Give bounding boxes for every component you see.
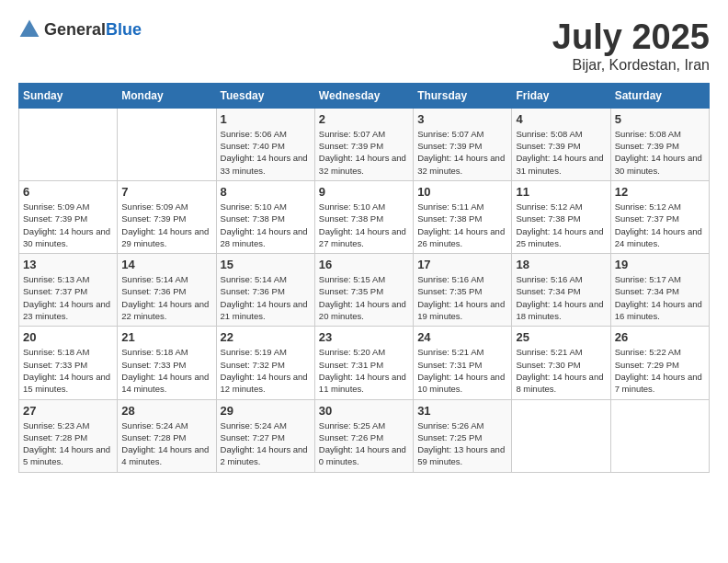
day-number: 16 xyxy=(319,258,409,271)
calendar-week-row: 6Sunrise: 5:09 AM Sunset: 7:39 PM Daylig… xyxy=(19,180,710,253)
page-header: GeneralBlue July 2025 Bijar, Kordestan, … xyxy=(18,18,710,74)
weekday-header: Friday xyxy=(512,83,610,108)
day-number: 14 xyxy=(121,258,211,271)
calendar-cell: 3Sunrise: 5:07 AM Sunset: 7:39 PM Daylig… xyxy=(414,108,512,180)
day-info: Sunrise: 5:10 AM Sunset: 7:38 PM Dayligh… xyxy=(319,201,409,249)
location-title: Bijar, Kordestan, Iran xyxy=(552,57,710,74)
day-info: Sunrise: 5:07 AM Sunset: 7:39 PM Dayligh… xyxy=(319,128,409,177)
day-number: 1 xyxy=(221,112,311,126)
calendar-cell: 23Sunrise: 5:20 AM Sunset: 7:31 PM Dayli… xyxy=(314,327,413,399)
day-info: Sunrise: 5:16 AM Sunset: 7:34 PM Dayligh… xyxy=(516,273,606,322)
day-number: 10 xyxy=(417,185,507,199)
day-info: Sunrise: 5:14 AM Sunset: 7:36 PM Dayligh… xyxy=(121,273,211,322)
day-info: Sunrise: 5:22 AM Sunset: 7:29 PM Dayligh… xyxy=(615,346,705,395)
day-info: Sunrise: 5:14 AM Sunset: 7:36 PM Dayligh… xyxy=(221,273,311,322)
day-info: Sunrise: 5:18 AM Sunset: 7:33 PM Dayligh… xyxy=(121,346,211,395)
calendar-cell: 15Sunrise: 5:14 AM Sunset: 7:36 PM Dayli… xyxy=(216,254,314,327)
weekday-header: Wednesday xyxy=(314,83,413,108)
calendar-week-row: 1Sunrise: 5:06 AM Sunset: 7:40 PM Daylig… xyxy=(19,108,710,180)
logo-icon xyxy=(18,18,40,40)
calendar-week-row: 13Sunrise: 5:13 AM Sunset: 7:37 PM Dayli… xyxy=(19,254,710,327)
day-info: Sunrise: 5:19 AM Sunset: 7:32 PM Dayligh… xyxy=(221,346,311,395)
day-info: Sunrise: 5:15 AM Sunset: 7:35 PM Dayligh… xyxy=(319,273,409,322)
day-info: Sunrise: 5:20 AM Sunset: 7:31 PM Dayligh… xyxy=(319,346,409,395)
calendar-cell: 5Sunrise: 5:08 AM Sunset: 7:39 PM Daylig… xyxy=(610,108,709,180)
day-info: Sunrise: 5:08 AM Sunset: 7:39 PM Dayligh… xyxy=(615,128,705,177)
day-info: Sunrise: 5:25 AM Sunset: 7:26 PM Dayligh… xyxy=(319,419,409,468)
calendar-cell: 6Sunrise: 5:09 AM Sunset: 7:39 PM Daylig… xyxy=(19,180,118,253)
calendar-table: SundayMondayTuesdayWednesdayThursdayFrid… xyxy=(18,83,710,473)
calendar-cell: 7Sunrise: 5:09 AM Sunset: 7:39 PM Daylig… xyxy=(118,180,216,253)
calendar-cell: 27Sunrise: 5:23 AM Sunset: 7:28 PM Dayli… xyxy=(19,399,118,472)
day-info: Sunrise: 5:08 AM Sunset: 7:39 PM Dayligh… xyxy=(516,128,606,177)
weekday-header-row: SundayMondayTuesdayWednesdayThursdayFrid… xyxy=(19,83,710,108)
day-number: 5 xyxy=(615,112,705,126)
weekday-header: Tuesday xyxy=(216,83,314,108)
calendar-cell: 28Sunrise: 5:24 AM Sunset: 7:28 PM Dayli… xyxy=(118,399,216,472)
day-number: 27 xyxy=(23,404,113,418)
day-number: 24 xyxy=(417,330,507,344)
day-number: 31 xyxy=(417,404,507,418)
calendar-cell: 18Sunrise: 5:16 AM Sunset: 7:34 PM Dayli… xyxy=(512,254,610,327)
calendar-cell xyxy=(610,399,709,472)
day-info: Sunrise: 5:16 AM Sunset: 7:35 PM Dayligh… xyxy=(417,273,507,322)
day-info: Sunrise: 5:18 AM Sunset: 7:33 PM Dayligh… xyxy=(23,346,113,395)
day-number: 28 xyxy=(121,404,211,418)
calendar-cell: 10Sunrise: 5:11 AM Sunset: 7:38 PM Dayli… xyxy=(414,180,512,253)
day-info: Sunrise: 5:09 AM Sunset: 7:39 PM Dayligh… xyxy=(23,201,113,249)
calendar-cell: 9Sunrise: 5:10 AM Sunset: 7:38 PM Daylig… xyxy=(314,180,413,253)
calendar-cell: 19Sunrise: 5:17 AM Sunset: 7:34 PM Dayli… xyxy=(610,254,709,327)
day-info: Sunrise: 5:24 AM Sunset: 7:28 PM Dayligh… xyxy=(121,419,211,468)
day-number: 9 xyxy=(319,185,409,199)
calendar-cell: 20Sunrise: 5:18 AM Sunset: 7:33 PM Dayli… xyxy=(19,327,118,399)
day-info: Sunrise: 5:24 AM Sunset: 7:27 PM Dayligh… xyxy=(221,419,311,468)
day-info: Sunrise: 5:21 AM Sunset: 7:30 PM Dayligh… xyxy=(516,346,606,395)
calendar-cell: 14Sunrise: 5:14 AM Sunset: 7:36 PM Dayli… xyxy=(118,254,216,327)
day-number: 11 xyxy=(516,185,606,199)
day-number: 21 xyxy=(121,330,211,344)
day-number: 22 xyxy=(221,330,311,344)
day-info: Sunrise: 5:23 AM Sunset: 7:28 PM Dayligh… xyxy=(23,419,113,468)
logo: GeneralBlue xyxy=(18,18,142,40)
calendar-cell xyxy=(512,399,610,472)
day-info: Sunrise: 5:21 AM Sunset: 7:31 PM Dayligh… xyxy=(417,346,507,395)
calendar-cell xyxy=(118,108,216,180)
weekday-header: Thursday xyxy=(414,83,512,108)
calendar-cell: 29Sunrise: 5:24 AM Sunset: 7:27 PM Dayli… xyxy=(216,399,314,472)
calendar-cell: 25Sunrise: 5:21 AM Sunset: 7:30 PM Dayli… xyxy=(512,327,610,399)
weekday-header: Saturday xyxy=(610,83,709,108)
calendar-cell: 30Sunrise: 5:25 AM Sunset: 7:26 PM Dayli… xyxy=(314,399,413,472)
day-info: Sunrise: 5:26 AM Sunset: 7:25 PM Dayligh… xyxy=(417,419,507,468)
title-area: July 2025 Bijar, Kordestan, Iran xyxy=(552,18,710,74)
calendar-cell: 24Sunrise: 5:21 AM Sunset: 7:31 PM Dayli… xyxy=(414,327,512,399)
day-number: 20 xyxy=(23,330,113,344)
weekday-header: Monday xyxy=(118,83,216,108)
calendar-cell: 22Sunrise: 5:19 AM Sunset: 7:32 PM Dayli… xyxy=(216,327,314,399)
calendar-cell: 8Sunrise: 5:10 AM Sunset: 7:38 PM Daylig… xyxy=(216,180,314,253)
day-number: 23 xyxy=(319,330,409,344)
svg-marker-0 xyxy=(20,20,40,37)
calendar-cell: 11Sunrise: 5:12 AM Sunset: 7:38 PM Dayli… xyxy=(512,180,610,253)
day-number: 29 xyxy=(221,404,311,418)
calendar-cell: 31Sunrise: 5:26 AM Sunset: 7:25 PM Dayli… xyxy=(414,399,512,472)
day-info: Sunrise: 5:12 AM Sunset: 7:38 PM Dayligh… xyxy=(516,201,606,249)
day-info: Sunrise: 5:17 AM Sunset: 7:34 PM Dayligh… xyxy=(615,273,705,322)
calendar-week-row: 27Sunrise: 5:23 AM Sunset: 7:28 PM Dayli… xyxy=(19,399,710,472)
calendar-cell: 21Sunrise: 5:18 AM Sunset: 7:33 PM Dayli… xyxy=(118,327,216,399)
day-number: 19 xyxy=(615,258,705,271)
calendar-cell: 13Sunrise: 5:13 AM Sunset: 7:37 PM Dayli… xyxy=(19,254,118,327)
day-number: 18 xyxy=(516,258,606,271)
day-number: 3 xyxy=(417,112,507,126)
calendar-cell: 12Sunrise: 5:12 AM Sunset: 7:37 PM Dayli… xyxy=(610,180,709,253)
calendar-week-row: 20Sunrise: 5:18 AM Sunset: 7:33 PM Dayli… xyxy=(19,327,710,399)
calendar-cell: 4Sunrise: 5:08 AM Sunset: 7:39 PM Daylig… xyxy=(512,108,610,180)
weekday-header: Sunday xyxy=(19,83,118,108)
day-info: Sunrise: 5:06 AM Sunset: 7:40 PM Dayligh… xyxy=(221,128,311,177)
day-number: 2 xyxy=(319,112,409,126)
day-info: Sunrise: 5:12 AM Sunset: 7:37 PM Dayligh… xyxy=(615,201,705,249)
day-number: 7 xyxy=(121,185,211,199)
day-info: Sunrise: 5:07 AM Sunset: 7:39 PM Dayligh… xyxy=(417,128,507,177)
calendar-cell: 1Sunrise: 5:06 AM Sunset: 7:40 PM Daylig… xyxy=(216,108,314,180)
day-number: 4 xyxy=(516,112,606,126)
calendar-cell: 2Sunrise: 5:07 AM Sunset: 7:39 PM Daylig… xyxy=(314,108,413,180)
